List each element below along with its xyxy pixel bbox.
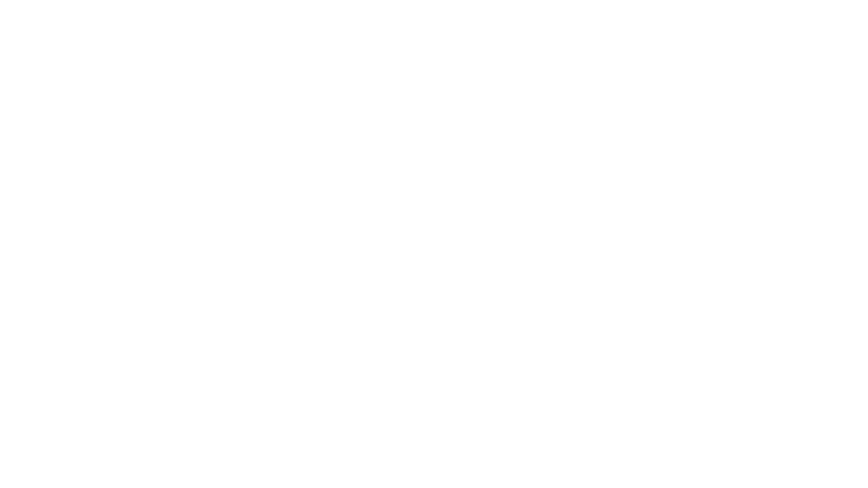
flowchart-canvas (87, 0, 781, 390)
edges-layer (87, 0, 781, 390)
